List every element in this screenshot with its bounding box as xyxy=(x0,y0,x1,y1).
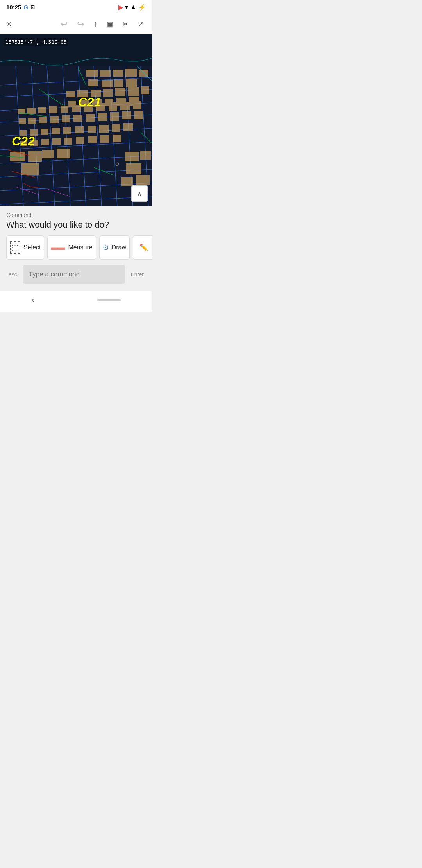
svg-rect-63 xyxy=(122,111,131,119)
esc-button[interactable]: esc xyxy=(6,271,20,278)
svg-rect-83 xyxy=(113,135,121,142)
svg-rect-85 xyxy=(28,151,42,162)
svg-rect-35 xyxy=(128,87,139,96)
trim-button[interactable]: ✂ xyxy=(120,19,131,29)
svg-rect-89 xyxy=(125,152,139,161)
zone-c21-label: C21 xyxy=(78,95,101,109)
battery-icon: ⚡ xyxy=(138,4,146,11)
signal-icon: ▲ xyxy=(130,4,136,11)
status-time-group: 10:25 G ⊡ xyxy=(6,4,35,11)
svg-rect-26 xyxy=(88,79,98,86)
more-button[interactable]: ✏️ xyxy=(133,235,152,260)
more-icon: ✏️ xyxy=(139,243,148,252)
command-label: Command: xyxy=(6,212,146,218)
zone-c22-label: C22 xyxy=(12,134,35,149)
measure-icon: ▬▬ xyxy=(51,244,65,252)
svg-rect-78 xyxy=(52,138,61,145)
svg-rect-46 xyxy=(49,106,57,113)
svg-rect-87 xyxy=(42,150,54,158)
svg-rect-29 xyxy=(126,79,137,87)
svg-rect-58 xyxy=(62,115,70,122)
svg-rect-36 xyxy=(141,86,149,94)
svg-rect-70 xyxy=(75,126,84,133)
home-indicator[interactable] xyxy=(97,299,121,301)
svg-rect-51 xyxy=(109,102,117,111)
svg-rect-91 xyxy=(126,163,141,174)
svg-rect-79 xyxy=(64,138,72,145)
svg-rect-86 xyxy=(21,163,39,175)
cad-map-view[interactable]: 157515'-7", 4.51E+05 C21 C22 ∧ xyxy=(0,34,152,206)
close-button[interactable]: × xyxy=(6,19,11,29)
draw-button[interactable]: ⊙ Draw xyxy=(99,235,130,260)
svg-rect-77 xyxy=(41,139,49,145)
redo-button[interactable]: ↪ xyxy=(75,18,86,30)
svg-rect-33 xyxy=(103,89,113,97)
google-icon: G xyxy=(23,4,28,11)
svg-rect-47 xyxy=(61,106,68,113)
coordinates-label: 157515'-7", 4.51E+05 xyxy=(4,38,68,46)
svg-rect-64 xyxy=(134,111,143,119)
svg-rect-62 xyxy=(110,112,119,121)
svg-rect-67 xyxy=(41,129,48,135)
svg-rect-81 xyxy=(88,136,97,143)
select-label: Select xyxy=(23,244,41,251)
cad-map-svg xyxy=(0,34,152,206)
status-time: 10:25 xyxy=(6,4,21,11)
svg-rect-72 xyxy=(99,125,109,133)
svg-rect-53 xyxy=(133,101,141,109)
svg-rect-30 xyxy=(66,91,75,97)
svg-rect-90 xyxy=(140,151,151,160)
collapse-button[interactable]: ∧ xyxy=(131,185,148,202)
save-button[interactable]: ▣ xyxy=(104,19,116,29)
svg-rect-22 xyxy=(100,70,111,77)
svg-rect-24 xyxy=(125,69,137,77)
measure-button[interactable]: ▬▬ Measure xyxy=(47,235,96,260)
svg-rect-54 xyxy=(19,118,26,124)
command-input[interactable] xyxy=(23,265,125,284)
svg-rect-60 xyxy=(86,114,95,122)
back-button[interactable]: ‹ xyxy=(32,295,34,305)
svg-rect-56 xyxy=(39,117,47,123)
svg-rect-44 xyxy=(27,108,36,114)
select-icon: ⬚ xyxy=(10,241,20,254)
svg-rect-74 xyxy=(123,123,133,131)
svg-rect-80 xyxy=(76,137,84,144)
svg-rect-23 xyxy=(113,70,123,77)
draw-icon: ⊙ xyxy=(103,243,109,252)
select-button[interactable]: ⬚ Select xyxy=(6,235,44,260)
action-buttons-row: ⬚ Select ▬▬ Measure ⊙ Draw ✏️ xyxy=(6,235,146,260)
status-bar: 10:25 G ⊡ ▶ ▾ ▲ ⚡ xyxy=(0,0,152,14)
svg-rect-69 xyxy=(63,127,71,134)
svg-rect-52 xyxy=(120,102,130,110)
svg-rect-25 xyxy=(139,70,148,77)
nav-bar: ‹ xyxy=(0,291,152,312)
chevron-up-icon: ∧ xyxy=(137,190,142,197)
svg-rect-73 xyxy=(112,124,120,132)
command-question: What would you like to do? xyxy=(6,220,146,230)
wifi-icon: ▾ xyxy=(125,4,128,11)
command-area: Command: What would you like to do? ⬚ Se… xyxy=(0,206,152,291)
svg-rect-82 xyxy=(100,135,109,143)
cast-icon: ▶ xyxy=(118,4,123,11)
measure-label: Measure xyxy=(68,244,92,251)
fullscreen-button[interactable]: ⤢ xyxy=(136,19,146,29)
command-input-row: esc Enter xyxy=(6,265,146,287)
svg-rect-71 xyxy=(88,126,96,133)
svg-rect-57 xyxy=(50,116,59,123)
draw-label: Draw xyxy=(112,244,126,251)
svg-rect-59 xyxy=(73,115,82,122)
svg-rect-21 xyxy=(86,70,98,77)
svg-rect-28 xyxy=(114,79,123,87)
undo-button[interactable]: ↩ xyxy=(58,18,70,30)
svg-rect-92 xyxy=(136,175,150,185)
svg-rect-27 xyxy=(102,80,113,87)
svg-rect-61 xyxy=(98,113,107,121)
svg-rect-34 xyxy=(115,88,125,96)
share-button[interactable]: ↑ xyxy=(91,19,100,29)
svg-rect-88 xyxy=(57,149,70,158)
status-icons: ▶ ▾ ▲ ⚡ xyxy=(118,4,146,11)
enter-button[interactable]: Enter xyxy=(129,271,146,278)
svg-rect-93 xyxy=(121,177,133,186)
toolbar: × ↩ ↪ ↑ ▣ ✂ ⤢ xyxy=(0,14,152,34)
svg-rect-68 xyxy=(52,128,60,134)
